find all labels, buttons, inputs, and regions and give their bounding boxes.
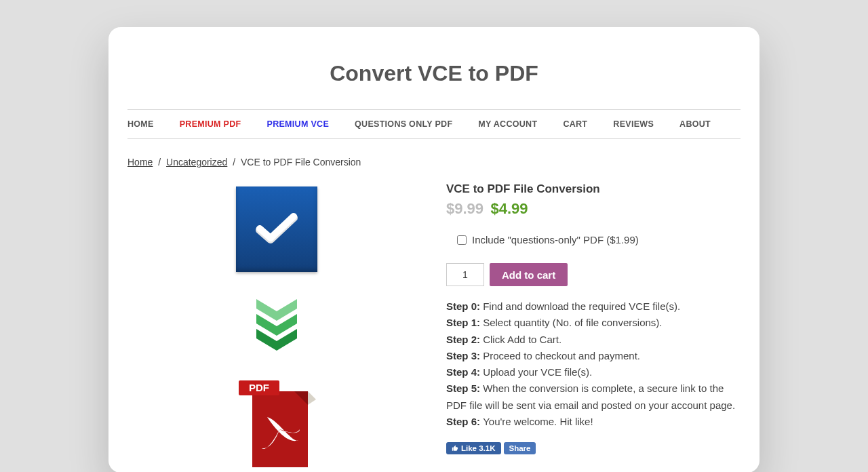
nav-item-about[interactable]: ABOUT (679, 119, 711, 129)
product-summary: VCE to PDF File Conversion $9.99 $4.99 I… (446, 182, 741, 472)
breadcrumb-sep: / (233, 157, 235, 168)
product-gallery: PDF (127, 182, 426, 472)
facebook-plugin: Like 3.1K Share (446, 442, 741, 454)
nav-item-home[interactable]: HOME (127, 119, 154, 129)
fb-share-button[interactable]: Share (504, 442, 536, 454)
step-line: Step 4: Upload your VCE file(s). (446, 364, 741, 380)
add-to-cart-button[interactable]: Add to cart (490, 263, 568, 286)
vce-check-icon (236, 186, 317, 272)
addon-row[interactable]: Include "questions-only" PDF ($1.99) (457, 234, 741, 245)
product-price: $9.99 $4.99 (446, 200, 741, 218)
product-area: PDF VCE to PDF File Conversion $9.99 $4.… (127, 182, 741, 472)
fb-share-label: Share (509, 444, 531, 452)
step-line: Step 2: Click Add to Cart. (446, 332, 741, 348)
main-nav: HOMEPREMIUM PDFPREMIUM VCEQUESTIONS ONLY… (127, 109, 741, 139)
breadcrumb-category[interactable]: Uncategorized (166, 157, 227, 168)
down-arrows-icon (250, 299, 304, 351)
quantity-stepper[interactable] (446, 263, 484, 286)
nav-item-questions-only-pdf[interactable]: QUESTIONS ONLY PDF (355, 119, 452, 129)
breadcrumb-current: VCE to PDF File Conversion (241, 157, 361, 168)
addon-checkbox[interactable] (457, 235, 467, 245)
svg-marker-5 (308, 391, 316, 405)
breadcrumb-home[interactable]: Home (127, 157, 153, 168)
nav-item-reviews[interactable]: REVIEWS (613, 119, 654, 129)
svg-marker-0 (256, 299, 297, 321)
steps-list: Step 0: Find and download the required V… (446, 298, 741, 430)
nav-item-cart[interactable]: CART (563, 119, 587, 129)
cart-row: Add to cart (446, 263, 741, 286)
fb-like-label: Like 3.1K (461, 444, 496, 452)
nav-item-premium-pdf[interactable]: PREMIUM PDF (180, 119, 241, 129)
step-line: Step 6: You're welcome. Hit like! (446, 414, 741, 430)
site-title[interactable]: Convert VCE to PDF (127, 61, 741, 86)
nav-item-my-account[interactable]: MY ACCOUNT (478, 119, 537, 129)
step-line: Step 5: When the conversion is complete,… (446, 380, 741, 414)
page-card: Convert VCE to PDF HOMEPREMIUM PDFPREMIU… (108, 27, 760, 472)
step-line: Step 0: Find and download the required V… (446, 298, 741, 315)
svg-text:PDF: PDF (249, 382, 269, 393)
price-original: $9.99 (446, 200, 484, 217)
fb-like-button[interactable]: Like 3.1K (446, 442, 501, 454)
breadcrumb: Home / Uncategorized / VCE to PDF File C… (127, 157, 741, 168)
product-title: VCE to PDF File Conversion (446, 182, 741, 196)
pdf-file-icon: PDF (237, 378, 316, 472)
thumbs-up-icon (452, 445, 458, 452)
step-line: Step 1: Select quantity (No. of file con… (446, 315, 741, 331)
nav-item-premium-vce[interactable]: PREMIUM VCE (267, 119, 330, 129)
breadcrumb-sep: / (158, 157, 161, 168)
step-line: Step 3: Proceed to checkout and payment. (446, 348, 741, 364)
addon-label: Include "questions-only" PDF ($1.99) (472, 234, 639, 245)
price-sale: $4.99 (491, 200, 528, 217)
